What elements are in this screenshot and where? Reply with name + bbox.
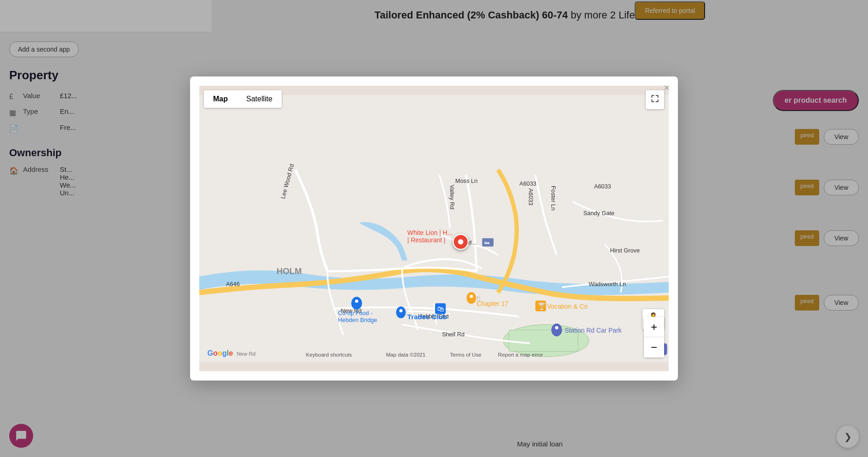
svg-text:| Restaurant |: | Restaurant |: [407, 236, 446, 244]
svg-text:🍸: 🍸: [538, 302, 546, 311]
svg-point-42: [551, 323, 562, 336]
map-tab-satellite[interactable]: Satellite: [237, 90, 282, 108]
svg-text:A646: A646: [226, 281, 240, 287]
svg-point-36: [399, 309, 403, 312]
zoom-out-button[interactable]: −: [644, 337, 664, 357]
svg-text:Chapter 17: Chapter 17: [477, 300, 509, 307]
map-modal: × Map Satellite 🧍 + −: [190, 76, 678, 381]
svg-text:Co-op Food -: Co-op Food -: [338, 310, 372, 316]
svg-text:HOLM: HOLM: [277, 266, 302, 276]
svg-text:Trades Club: Trades Club: [407, 313, 447, 321]
svg-text:Foster Ln: Foster Ln: [550, 186, 557, 211]
svg-point-35: [396, 306, 406, 318]
svg-text:🛏: 🛏: [484, 240, 490, 246]
svg-point-27: [355, 299, 358, 303]
svg-text:Hirst Grove: Hirst Grove: [610, 247, 640, 254]
map-tab-map[interactable]: Map: [204, 90, 237, 108]
svg-point-20: [458, 239, 463, 245]
svg-text:Vocation & Co: Vocation & Co: [547, 303, 588, 310]
fullscreen-icon: [650, 94, 660, 103]
svg-text:Terms of Use: Terms of Use: [450, 352, 481, 357]
map-fullscreen-button[interactable]: [646, 90, 664, 109]
map-zoom-controls: + −: [644, 317, 664, 357]
svg-text:Moss Ln: Moss Ln: [455, 177, 477, 184]
svg-text:White Lion | H...: White Lion | H...: [407, 229, 453, 236]
map-container: Map Satellite 🧍 + −: [199, 86, 669, 371]
map-svg: Lee Wood Rd A6033 Foster Ln Valley Rd Mo…: [199, 86, 669, 371]
map-pin: [453, 234, 468, 249]
svg-text:Keyboard shortcuts: Keyboard shortcuts: [306, 352, 352, 357]
svg-text:Shelf Rd: Shelf Rd: [442, 331, 464, 338]
map-tabs: Map Satellite: [204, 90, 282, 108]
svg-text:Wadsworth Ln: Wadsworth Ln: [589, 281, 626, 287]
svg-text:Valley Rd: Valley Rd: [449, 185, 456, 210]
svg-text:A6033: A6033: [594, 183, 611, 190]
svg-point-31: [470, 295, 473, 298]
map-modal-overlay: × Map Satellite 🧍 + −: [0, 0, 868, 457]
modal-close-button[interactable]: ×: [664, 83, 670, 93]
svg-text:🛍: 🛍: [437, 305, 444, 313]
svg-text:Sandy Gate: Sandy Gate: [584, 210, 614, 217]
svg-text:Google: Google: [207, 349, 233, 357]
svg-text:A6033: A6033: [519, 180, 536, 187]
svg-text:New Rd: New Rd: [237, 351, 255, 357]
svg-text:Hebden Bridge: Hebden Bridge: [338, 316, 377, 323]
svg-text:Map data ©2021: Map data ©2021: [386, 352, 426, 357]
svg-text:A6033: A6033: [527, 188, 534, 205]
zoom-in-button[interactable]: +: [644, 317, 664, 337]
svg-text:Report a map error: Report a map error: [498, 352, 543, 357]
svg-text:Station Rd Car Park: Station Rd Car Park: [565, 327, 622, 334]
svg-point-43: [555, 326, 558, 329]
